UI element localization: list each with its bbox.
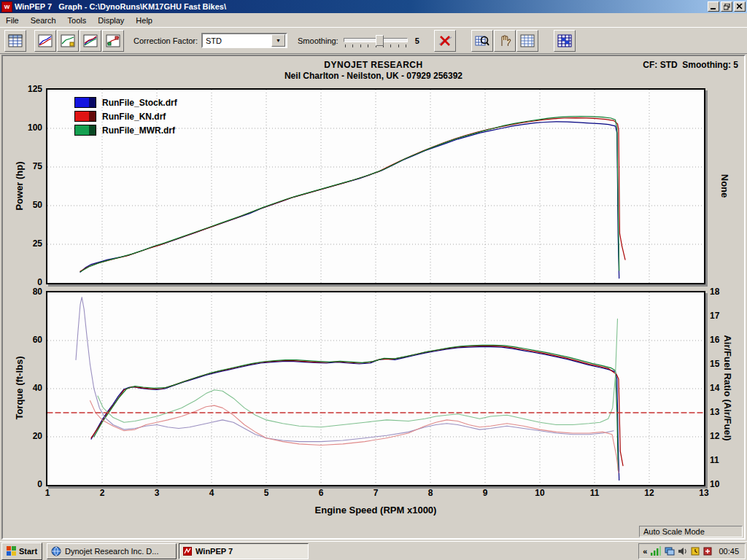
graph-runs-icon [106, 34, 120, 47]
pan-button[interactable] [494, 30, 516, 52]
tick-label: 18 [710, 287, 729, 297]
menu-help[interactable]: Help [133, 15, 158, 26]
minimize-button[interactable] [708, 1, 719, 12]
legend-item-stock[interactable]: RunFile_Stock.drf [74, 96, 177, 109]
minimize-icon [711, 4, 716, 9]
tick-label: 6 [310, 488, 332, 498]
tick-label: 12 [638, 488, 660, 498]
menu-tools[interactable]: Tools [65, 15, 93, 26]
tick-label: 16 [710, 335, 729, 345]
task-label: WinPEP 7 [196, 547, 233, 556]
legend-label-mwr: RunFile_MWR.drf [102, 125, 175, 136]
cell-grid-icon [557, 34, 572, 47]
pan-hand-icon [498, 34, 511, 47]
graph-compare-icon [61, 34, 75, 47]
smoothing-label: Smoothing: [298, 36, 338, 45]
antivirus-icon[interactable] [703, 547, 712, 556]
discard-run-button[interactable] [434, 30, 456, 52]
tick-label: 50 [19, 200, 42, 210]
app-icon: W [1, 1, 12, 12]
legend-label-kn: RunFile_KN.drf [102, 112, 166, 122]
correction-smoothing-readout: CF: STD Smoothing: 5 [643, 60, 738, 70]
report-title: DYNOJET RESEARCH [0, 60, 747, 70]
tick-label: 5 [255, 488, 277, 498]
tick-label: 0 [19, 277, 42, 287]
auto-scale-status: Auto Scale Mode [639, 526, 743, 537]
tick-label: 25 [19, 238, 42, 249]
windows-logo-icon [7, 546, 16, 556]
tick-label: 13 [693, 488, 715, 498]
table-icon [8, 34, 23, 47]
legend-swatch-mwr [74, 125, 96, 136]
smoothing-slider[interactable] [342, 33, 409, 49]
cell-grid-button[interactable] [554, 30, 576, 52]
graph-multi-icon [83, 34, 98, 47]
graph-overlay-icon [38, 34, 53, 47]
tick-label: 17 [710, 311, 729, 321]
tick-label: 60 [19, 335, 42, 345]
restore-button[interactable] [721, 1, 732, 12]
close-icon [737, 4, 743, 9]
discard-run-icon [438, 34, 452, 47]
volume-icon[interactable] [678, 547, 687, 556]
graph-view-button-3[interactable] [80, 30, 101, 52]
legend-swatch-stock [74, 97, 96, 108]
grid-toggle-button[interactable] [516, 30, 538, 52]
chevron-down-icon[interactable]: ▼ [271, 34, 285, 47]
toolbar: Correction Factor: STD ▼ Smoothing: 5 [0, 27, 747, 54]
menu-display[interactable]: Display [95, 15, 130, 26]
legend-item-mwr[interactable]: RunFile_MWR.drf [74, 123, 177, 137]
tick-label: 13 [710, 407, 729, 417]
close-button[interactable] [734, 1, 746, 12]
start-label: Start [19, 547, 37, 556]
tick-label: 4 [201, 488, 222, 498]
smoothing-value: 5 [415, 36, 419, 45]
tick-label: 2 [91, 488, 113, 498]
tick-label: 40 [19, 383, 42, 393]
correction-factor-value: STD [203, 36, 271, 45]
restore-icon [724, 4, 730, 10]
tick-label: 14 [710, 383, 729, 393]
tick-label: 20 [19, 431, 42, 441]
clock: 00:45 [719, 547, 739, 556]
tick-label: 10 [529, 488, 551, 498]
tick-label: 125 [19, 84, 42, 94]
power-right-axis-label: None [719, 174, 730, 198]
signal-strength-icon[interactable] [651, 546, 661, 556]
system-tray: « 00:45 [638, 543, 746, 559]
tick-label: 100 [19, 122, 42, 133]
tick-label: 8 [419, 488, 441, 498]
grid-icon [520, 34, 535, 47]
task-winpep[interactable]: WinPEP 7 [179, 543, 309, 559]
slider-thumb[interactable] [376, 35, 384, 46]
task-dynojet-browser[interactable]: Dynojet Research Inc. D... [47, 543, 177, 559]
tick-label: 15 [710, 359, 729, 369]
window-title: WinPEP 7 Graph - C:\DynoRuns\KM17GHU Fas… [15, 2, 706, 11]
torque-afr-chart[interactable] [46, 291, 705, 486]
task-label: Dynojet Research Inc. D... [65, 547, 158, 556]
graph-view-button-4[interactable] [102, 30, 124, 52]
zoom-button[interactable] [471, 30, 493, 52]
table-view-button[interactable] [4, 30, 26, 52]
tick-label: 12 [710, 431, 729, 441]
tick-label: 75 [19, 161, 42, 171]
network-monitor-icon[interactable] [665, 547, 675, 556]
correction-factor-select[interactable]: STD ▼ [201, 33, 287, 48]
scheduler-icon[interactable] [691, 547, 700, 556]
graph-view-button-2[interactable] [57, 30, 79, 52]
tick-label: 80 [19, 287, 42, 297]
legend: RunFile_Stock.drf RunFile_KN.drf RunFile… [74, 96, 177, 137]
menu-search[interactable]: Search [28, 15, 62, 26]
winpep-icon [183, 547, 192, 556]
taskbar: Start Dynojet Research Inc. D... WinPEP … [0, 541, 747, 560]
graph-view-button-1[interactable] [34, 30, 56, 52]
tick-label: 3 [146, 488, 168, 498]
title-bar[interactable]: W WinPEP 7 Graph - C:\DynoRuns\KM17GHU F… [0, 0, 747, 13]
start-button[interactable]: Start [1, 542, 42, 560]
tray-expand-icon[interactable]: « [643, 547, 647, 556]
menu-file[interactable]: File [3, 15, 25, 26]
tick-label: 11 [710, 455, 729, 465]
correction-factor-label: Correction Factor: [133, 36, 198, 45]
legend-item-kn[interactable]: RunFile_KN.drf [74, 109, 177, 123]
menu-bar: File Search Tools Display Help [0, 13, 747, 27]
